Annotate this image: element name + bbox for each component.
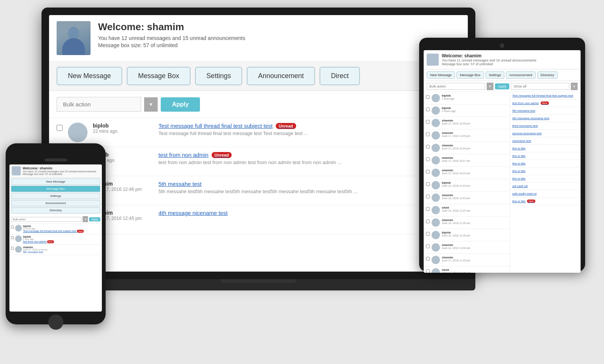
- tablet-apply-button[interactable]: Apply: [495, 83, 510, 89]
- laptop-frame: Welcome: shamim You have 12 unread messa…: [41, 8, 475, 279]
- tc-checkbox[interactable]: [426, 120, 430, 124]
- message-subject-link[interactable]: this is title: [512, 147, 578, 150]
- phone-bulk-input[interactable]: [11, 217, 81, 222]
- message-subject-link[interactable]: this is title New: [512, 200, 578, 203]
- message-subject[interactable]: 5th messahe test: [158, 181, 460, 187]
- tablet-nav-directory[interactable]: Directory: [537, 71, 558, 79]
- message-subject-link[interactable]: 5th messahe test: [512, 109, 578, 112]
- laptop-nav-direct[interactable]: Direct: [320, 67, 360, 85]
- phone-nav-directory[interactable]: Directory: [11, 207, 100, 213]
- tc-checkbox[interactable]: [426, 182, 430, 186]
- avatar: [15, 225, 22, 232]
- phone-nav-announcement[interactable]: Announcement: [11, 200, 100, 206]
- phone-checkbox[interactable]: [11, 236, 14, 239]
- status-badge: New: [47, 240, 54, 243]
- tablet-nav-new-message[interactable]: New Message: [427, 71, 455, 79]
- avatar: [432, 206, 440, 214]
- message-subject-link[interactable]: 5th messahe test: [23, 251, 100, 253]
- tc-checkbox[interactable]: [426, 145, 430, 149]
- phone-bulk-arrow[interactable]: ▼: [83, 216, 88, 222]
- message-meta: sfold June 14, 2016 11:29 am: [442, 268, 507, 273]
- tc-checkbox[interactable]: [426, 244, 430, 248]
- tablet-right-column: Test message full thread final test subj…: [510, 92, 581, 273]
- message-subject-link[interactable]: Test message full thread final test subj…: [23, 230, 100, 233]
- tablet-nav-announcement[interactable]: Announcement: [506, 71, 536, 79]
- message-subject-link[interactable]: this is title: [512, 162, 578, 165]
- list-item: biplob 1 hour ago test from non admin Ne…: [9, 234, 102, 245]
- message-subject-link[interactable]: 4th message nicename test: [512, 117, 578, 120]
- tc-checkbox[interactable]: [426, 207, 430, 211]
- message-subject-link[interactable]: third nicename test: [512, 124, 578, 127]
- tc-checkbox[interactable]: [426, 95, 430, 99]
- tablet-nav-settings[interactable]: Settings: [486, 71, 505, 79]
- message-meta: sfold June 14, 2016 11:37 am: [442, 206, 507, 212]
- laptop-bulk-dropdown-arrow[interactable]: ▼: [144, 97, 158, 112]
- tc-checkbox[interactable]: [426, 157, 430, 161]
- phone-header: Welcome: shamim You have 12 unread messa…: [9, 164, 102, 178]
- message-subject-link[interactable]: sdf sadf sdf: [512, 184, 578, 188]
- message-subject-link[interactable]: test from non admin New: [23, 240, 100, 243]
- message-subject[interactable]: 4th message nicename test: [158, 210, 460, 216]
- phone-welcome-title: Welcome: shamim: [23, 166, 96, 170]
- message-meta: shamim June 17, 2016 12:45 pm: [442, 131, 507, 137]
- tablet-showall-input[interactable]: [511, 83, 569, 90]
- phone-apply-button[interactable]: Apply: [89, 217, 100, 221]
- laptop-bulk-input[interactable]: [57, 97, 141, 112]
- message-meta: shamim June 14, 2016 11:35 am: [442, 218, 507, 224]
- message-subject-link[interactable]: Test message full thread final test subj…: [512, 94, 578, 97]
- tc-checkbox[interactable]: [426, 195, 430, 198]
- message-subject-link[interactable]: nicename test: [512, 139, 578, 143]
- laptop-message-list: biplob 22 mins ago Test message full thr…: [49, 118, 468, 272]
- list-item: this is title: [510, 145, 581, 152]
- phone-checkbox[interactable]: [11, 247, 14, 250]
- tablet-nav-message-box[interactable]: Message Box: [456, 71, 484, 79]
- phone-message-list: biplob 22 mins ago Test message full thr…: [9, 224, 102, 255]
- phone-nav-settings[interactable]: Settings: [11, 193, 100, 199]
- list-item: biplob June 14, 2016 11:35 am: [424, 229, 510, 241]
- tc-checkbox[interactable]: [426, 132, 430, 136]
- laptop-nav-announcement[interactable]: Announcement: [247, 67, 315, 85]
- table-row: shamim June 17, 2016 12:46 pm 5th messah…: [49, 176, 468, 205]
- laptop-nav-settings[interactable]: Settings: [195, 67, 242, 85]
- message-subject-link[interactable]: this is title: [512, 154, 578, 158]
- message-subject[interactable]: Test message full thread final test subj…: [158, 123, 460, 129]
- message-subject-link[interactable]: test from non admin New: [512, 101, 578, 105]
- tc-checkbox[interactable]: [426, 269, 430, 273]
- phone-avatar: [12, 166, 21, 175]
- phone-nav-message-box[interactable]: Message Box: [11, 186, 100, 192]
- avatar-image: [57, 21, 91, 55]
- tablet-bulk-arrow[interactable]: ▼: [487, 83, 493, 90]
- laptop-subtitle2: Message box size: 57 of unlimited: [98, 42, 245, 48]
- tc-checkbox[interactable]: [426, 170, 430, 174]
- laptop-nav-new-message[interactable]: New Message: [57, 67, 122, 85]
- message-info: biplob 1 hour ago test from non admin Ne…: [23, 235, 100, 243]
- avatar: [68, 123, 88, 142]
- tablet-camera: [500, 43, 504, 48]
- list-item: sfold June 14, 2016 11:37 am: [424, 204, 510, 217]
- tc-checkbox[interactable]: [426, 220, 430, 223]
- phone-checkbox[interactable]: [11, 226, 14, 229]
- list-item: sfold June 14, 2016 11:29 am: [424, 266, 510, 273]
- message-subject-link[interactable]: this is title: [512, 177, 578, 180]
- laptop-nav-message-box[interactable]: Message Box: [127, 67, 191, 85]
- list-item: second nicename test: [510, 130, 581, 137]
- message-meta: biplob June 14, 2016 11:43 am: [442, 181, 507, 187]
- phone-speaker: [45, 158, 67, 161]
- tc-checkbox[interactable]: [426, 232, 430, 236]
- phone-nav-new-message[interactable]: New Message: [11, 178, 100, 185]
- message-subject-link[interactable]: sdfs asdfg sdaf sd: [512, 192, 578, 195]
- message-meta: shamim June 17, 2016 12:46 pm: [442, 119, 507, 125]
- tc-checkbox[interactable]: [426, 108, 430, 111]
- message-subject-link[interactable]: this is title: [512, 169, 578, 173]
- tc-checkbox[interactable]: [426, 257, 430, 261]
- phone-home-button[interactable]: [48, 315, 63, 330]
- message-subject[interactable]: test from non admin Unread: [158, 152, 460, 158]
- tablet-bulk-input[interactable]: [427, 83, 485, 90]
- laptop-apply-button[interactable]: Apply: [161, 97, 200, 112]
- message-subject-link[interactable]: second nicename test: [512, 132, 578, 135]
- message-checkbox-1[interactable]: [57, 125, 63, 131]
- phone-device: Welcome: shamim You have 12 unread messa…: [6, 143, 106, 324]
- list-item: shamim June 17, 2016 12:45 pm: [424, 129, 510, 142]
- tablet-showall-arrow[interactable]: ▼: [571, 83, 578, 90]
- avatar: [432, 106, 440, 115]
